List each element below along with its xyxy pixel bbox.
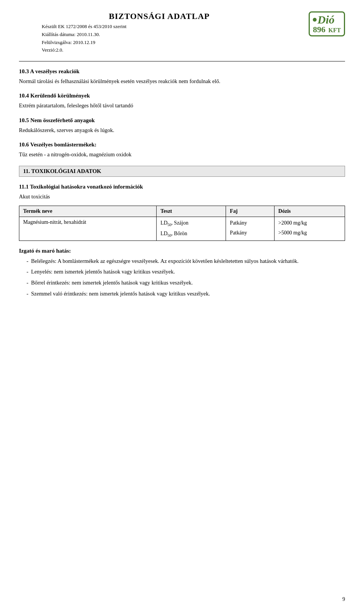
toxicology-table: Termék neve Teszt Faj Dózis Magnésium-ni…: [19, 206, 345, 241]
section-10-3-heading: 10.3 A veszélyes reakciók: [19, 68, 345, 75]
cell-doses: >2000 mg/kg >5000 mg/kg: [275, 217, 345, 241]
section-10-5-heading: 10.5 Nem összeférhető anyagok: [19, 117, 345, 124]
species-1: Patkány: [230, 219, 270, 227]
section-11-1-subheading: Akut toxicitás: [19, 192, 345, 201]
cell-tests: LD50, Szájon LD50, Bőrön: [157, 217, 226, 241]
meta-line3: Felülvizsgálva: 2010.12.19: [42, 39, 300, 47]
bullet-item-3: Bőrrel érintkezés: nem ismertek jelentős…: [27, 278, 345, 288]
col-header-species: Faj: [226, 206, 275, 217]
section-10-5-text: Redukálószerek, szerves anyagok és lúgok…: [19, 126, 345, 135]
header-left: BIZTONSÁGI ADATLAP Készült EK 1272/2008 …: [19, 11, 300, 54]
cell-species: Patkány Patkány: [226, 217, 275, 241]
logo-dot: [313, 18, 317, 22]
section-11-box: 11. TOXIKOLÓGIAI ADATOK: [19, 166, 345, 177]
bullet-item-2: Lenyelés: nem ismertek jelentős hatások …: [27, 267, 345, 277]
meta-line4: Verzió:2.0.: [42, 46, 300, 54]
doc-title: BIZTONSÁGI ADATLAP: [19, 11, 300, 21]
meta-line1: Készült EK 1272/2008 és 453/2010 szerint: [42, 23, 300, 31]
section-11-1-heading: 11.1 Toxikológiai hatásokra vonatkozó in…: [19, 184, 345, 190]
header-divider: [19, 61, 345, 61]
section-10-6-text: Tűz esetén - a nitrogén-oxidok, magnéziu…: [19, 150, 345, 159]
doc-meta: Készült EK 1272/2008 és 453/2010 szerint…: [19, 23, 300, 54]
bullet-item-1: Belélegzés: A bomlástermékek az egészség…: [27, 256, 345, 266]
section-10-3-text: Normál tárolási és felhasználási körülmé…: [19, 77, 345, 86]
dose-2: >5000 mg/kg: [278, 229, 341, 237]
logo: Dió 896 KFT: [309, 11, 345, 36]
test-1: LD50, Szájon: [160, 219, 222, 228]
table-row: Magnésium-nitrát, hexahidrát LD50, Szájo…: [19, 217, 345, 241]
dose-1: >2000 mg/kg: [278, 219, 341, 227]
logo-number: 896: [313, 25, 325, 34]
col-header-dose: Dózis: [275, 206, 345, 217]
test-2: LD50, Bőrön: [160, 230, 222, 238]
logo-top-row: Dió: [313, 14, 341, 25]
header-right: Dió 896 KFT: [300, 11, 345, 36]
page-number: 9: [342, 596, 345, 602]
bullet-item-4: Szemmel való érintkezés: nem ismertek je…: [27, 289, 345, 299]
logo-kft-text: KFT: [328, 27, 341, 33]
cell-product-name: Magnésium-nitrát, hexahidrát: [19, 217, 157, 241]
logo-dio-text: Dió: [317, 14, 334, 25]
col-header-name: Termék neve: [19, 206, 157, 217]
col-header-test: Teszt: [157, 206, 226, 217]
table-header-row: Termék neve Teszt Faj Dózis: [19, 206, 345, 217]
species-2: Patkány: [230, 229, 270, 237]
section-10-6-heading: 10.6 Veszélyes bomlástermékek:: [19, 141, 345, 148]
logo-num-row: 896 KFT: [313, 25, 341, 34]
section-10-4-heading: 10.4 Kerülendő körülmények: [19, 93, 345, 99]
irritation-heading: Izgató és maró hatás:: [19, 248, 345, 254]
section-10-4-text: Extrém páratartalom, felesleges hőtől tá…: [19, 101, 345, 110]
page-header: BIZTONSÁGI ADATLAP Készült EK 1272/2008 …: [19, 11, 345, 54]
irritation-bullet-list: Belélegzés: A bomlástermékek az egészség…: [27, 256, 345, 299]
meta-line2: Kiállítás dátuma: 2010.11.30.: [42, 31, 300, 39]
